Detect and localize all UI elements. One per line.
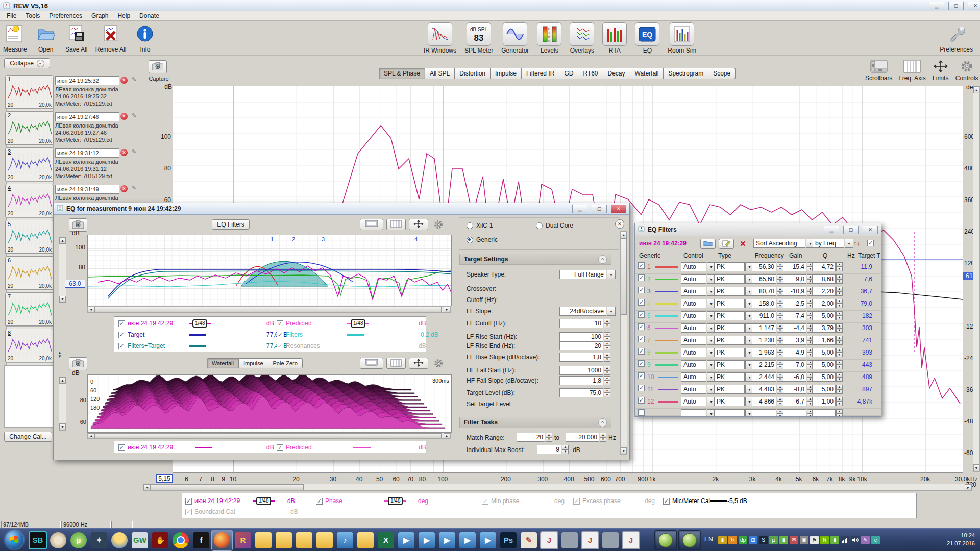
hf-fall-start-hz-spinner[interactable]: 1000▲▼	[559, 366, 610, 375]
taskbar-icon-player[interactable]: ▶	[416, 529, 437, 551]
eq-dialog-minimize-button[interactable]: ▁	[572, 205, 587, 213]
rta-button[interactable]: RTA	[602, 22, 627, 54]
filter-enable-checkbox[interactable]: ✓	[638, 299, 645, 306]
wf-cross-button[interactable]	[409, 358, 428, 369]
taskbar-icon-java[interactable]: J	[621, 529, 641, 551]
filter-q-spinner[interactable]: 1,66▲▼	[812, 336, 843, 345]
measurement-thumb-8[interactable]: 82020,0k	[5, 329, 54, 362]
save-all-button[interactable]: Save All	[65, 22, 88, 53]
filter-type-select[interactable]: PK▼	[714, 274, 754, 284]
measurement-title[interactable]: июн 24 19:27:46	[55, 112, 119, 121]
ir-windows-button[interactable]: IR Windows	[424, 22, 456, 54]
filter-frequency-spinner[interactable]: 911,0▲▼	[752, 311, 783, 320]
measurement-close-icon[interactable]: ✕	[120, 149, 128, 156]
taskbar-icon-media[interactable]: ♪	[335, 529, 355, 551]
filter-control-select[interactable]: Auto▼	[681, 348, 716, 357]
eqf-maximize-button[interactable]: ▢	[843, 226, 859, 234]
taskbar-icon-folder[interactable]	[355, 529, 376, 551]
spinner-arrows[interactable]: ▲▼	[604, 376, 610, 385]
measurement-thumb-4[interactable]: 42020,0k	[5, 184, 54, 217]
lf-slope-select[interactable]: 24dB/octave▼	[559, 307, 616, 316]
taskbar-icon-utorrent[interactable]: µ	[68, 529, 89, 551]
plot-v-scrollbar[interactable]: ▲ ▼	[973, 86, 980, 472]
filter-type-select[interactable]: PK▼	[714, 336, 754, 345]
target-settings-header[interactable]: Target Settings^	[459, 254, 611, 265]
edit-pencil-icon[interactable]: ✎	[132, 112, 136, 119]
tray-tablet-icon[interactable]: ✎	[861, 536, 870, 544]
tray-network-icon[interactable]	[841, 536, 849, 544]
spl-meter-button[interactable]: dB SPL83SPL Meter	[464, 22, 493, 54]
measurement-thumb-3[interactable]: 32020,0k	[5, 147, 54, 181]
filter-control-select[interactable]: Auto▼	[681, 360, 716, 369]
limits-button[interactable]: Limits	[932, 59, 949, 82]
wf-tab-pole-zero[interactable]: Pole-Zero	[268, 358, 303, 368]
levels-button[interactable]: 0369Levels	[537, 22, 561, 54]
measurement-thumb-6[interactable]: 62020,0k	[5, 256, 54, 290]
filter-gain-spinner[interactable]: 6,7▲▼	[783, 397, 814, 406]
filter-q-spinner[interactable]: 5,00▲▼	[812, 372, 843, 382]
spinner-arrows[interactable]: ▲▼	[604, 341, 610, 350]
filter-gain-spinner[interactable]: -15,4▲▼	[783, 262, 814, 271]
gear-icon[interactable]	[433, 219, 444, 230]
taskbar-icon-player[interactable]: ▶	[478, 529, 498, 551]
eqf-delete-icon[interactable]: ✕	[740, 239, 746, 248]
eq-graph-h-scrollbar[interactable]: ◄ ►	[87, 306, 451, 313]
eq-cross-button[interactable]	[409, 219, 428, 230]
filter-q-spinner[interactable]: 5,00▲▼	[812, 311, 843, 320]
filter-control-select[interactable]: ▼	[681, 409, 716, 416]
filter-enable-checkbox[interactable]: ✓	[638, 348, 645, 355]
filter-enable-checkbox[interactable]: ✓	[638, 372, 645, 379]
wf-tab-waterfall[interactable]: Waterfall	[207, 358, 239, 368]
eq-legend-checkbox[interactable]: ✓	[277, 332, 283, 338]
panel-close-icon[interactable]: ✕	[615, 219, 624, 229]
filter-q-spinner[interactable]: ▲▼	[812, 409, 843, 416]
measurement-thumb-7[interactable]: 72020,0k	[5, 292, 54, 326]
taskbar-icon-folder[interactable]	[294, 529, 314, 551]
filter-q-spinner[interactable]: 1,00▲▼	[812, 397, 843, 406]
filter-gain-spinner[interactable]: -7,4▲▼	[783, 311, 814, 320]
measurement-title[interactable]: июн 24 19:31:49	[55, 185, 119, 194]
eqf-minimize-button[interactable]: ▁	[824, 226, 839, 234]
filter-tasks-header[interactable]: Filter Tasks^	[459, 417, 611, 428]
legend-checkbox[interactable]: ✓	[573, 498, 580, 505]
taskbar-icon-shooter[interactable]: ✋	[150, 529, 170, 551]
legend-checkbox[interactable]: ✓	[663, 498, 670, 505]
taskbar-icon-player[interactable]: ▶	[457, 529, 478, 551]
filter-control-select[interactable]: Auto▼	[681, 262, 716, 271]
filter-control-select[interactable]: Auto▼	[681, 385, 716, 394]
legend-checkbox[interactable]: ✓	[185, 498, 192, 505]
tray-usb-icon[interactable]: ▮	[830, 536, 839, 544]
taskbar-icon-folder[interactable]	[314, 529, 335, 551]
taskbar-icon-java[interactable]: J	[539, 529, 559, 551]
filter-frequency-spinner[interactable]: 158,0▲▼	[752, 299, 783, 308]
wf-left-scrollbar[interactable]: ▲ ▼	[59, 377, 66, 431]
tab-filtered-ir[interactable]: Filtered IR	[522, 68, 559, 79]
filter-enable-checkbox[interactable]: ✓	[638, 397, 645, 404]
wf-legend-checkbox[interactable]: ✓	[277, 444, 283, 451]
legend-checkbox[interactable]: ✓	[482, 498, 488, 505]
filter-frequency-spinner[interactable]: ▲▼	[752, 409, 783, 416]
tray-dp-icon[interactable]: dp	[739, 536, 747, 544]
measurement-thumb-1[interactable]: 12020,0k	[5, 75, 54, 109]
menu-preferences[interactable]: Preferences	[44, 11, 87, 20]
filter-gain-spinner[interactable]: -10,9▲▼	[783, 287, 814, 296]
set-target-level-link[interactable]: Set Target Level	[467, 400, 548, 409]
eq-grid-button[interactable]	[386, 219, 406, 230]
measurement-title[interactable]: июн 24 19:25:32	[55, 76, 119, 85]
wf-grid-button[interactable]	[386, 358, 406, 369]
scrollbars-button[interactable]: Scrollbars	[865, 59, 892, 82]
filter-type-select[interactable]: PK▼	[714, 397, 754, 406]
filter-control-select[interactable]: Auto▼	[681, 336, 716, 345]
filter-enable-checkbox[interactable]: ✓	[638, 274, 645, 281]
taskbar-icon-game[interactable]: ✦	[89, 529, 109, 551]
spinner-arrows[interactable]: ▲▼	[604, 366, 610, 375]
capture-button[interactable]	[149, 60, 167, 73]
eqf-header-checkbox[interactable]: ✓	[867, 240, 874, 246]
filter-enable-checkbox[interactable]: ✓	[638, 287, 645, 293]
taskbar-icon-java[interactable]: J	[580, 529, 600, 551]
taskbar-icon-folder[interactable]	[274, 529, 294, 551]
collapse-button[interactable]: Collapse «	[4, 58, 50, 68]
tray-player-icon[interactable]: ▮	[718, 536, 727, 544]
filter-type-select[interactable]: PK▼	[714, 311, 754, 320]
eq-dialog-maximize-button[interactable]: ▢	[592, 205, 607, 213]
